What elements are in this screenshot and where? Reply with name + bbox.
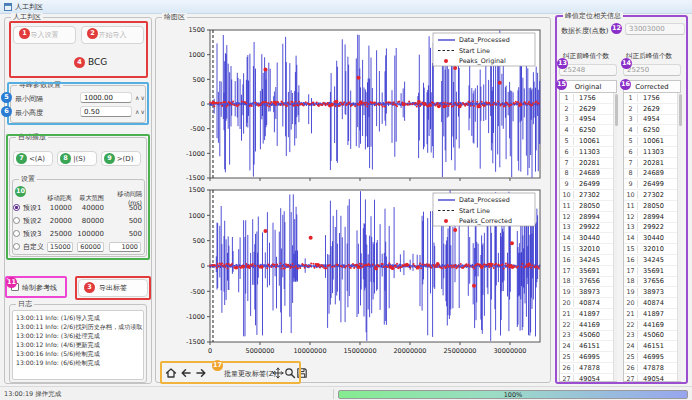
svg-text:5000000: 5000000 — [246, 347, 275, 355]
table-row[interactable]: 11756 — [624, 93, 680, 104]
badge-4: 4 — [74, 57, 85, 68]
min-height-value: 0.50 — [84, 108, 100, 116]
table-row[interactable]: 2244169 — [560, 320, 616, 331]
table-row[interactable]: 2546995 — [624, 352, 680, 363]
table-row[interactable]: 22629 — [560, 104, 616, 115]
table-row[interactable]: 611303 — [624, 147, 680, 158]
table-row[interactable]: 611303 — [560, 147, 616, 158]
corrected-table-body: 1175622629349544625051006161130372028182… — [624, 93, 680, 382]
min-height-spinner[interactable]: ∧∨ — [135, 108, 146, 115]
table-row[interactable]: 1128050 — [560, 201, 616, 212]
table-row[interactable]: 34954 — [624, 115, 680, 126]
corrected-peaks-table[interactable]: Corrected 117562262934954462505100616113… — [623, 80, 681, 382]
preset-2-interval: 500 — [107, 217, 145, 225]
badge-6: 6 — [1, 106, 12, 117]
table-row[interactable]: 1228994 — [624, 212, 680, 223]
table-row[interactable]: 1532010 — [624, 244, 680, 255]
back-button[interactable] — [179, 366, 192, 380]
svg-text:Peaks_Original: Peaks_Original — [459, 57, 506, 65]
table-row[interactable]: 824689 — [624, 169, 680, 180]
mode-label: BCG — [88, 57, 107, 67]
table-row[interactable]: 2141897 — [560, 309, 616, 320]
table-row[interactable]: 11756 — [560, 93, 616, 104]
svg-text:0: 0 — [201, 100, 205, 108]
table-row[interactable]: 2749054 — [560, 374, 616, 382]
pause-label: | |(S) — [69, 155, 86, 163]
table-row[interactable]: 2345060 — [624, 331, 680, 342]
original-table-scrollbar[interactable] — [613, 93, 617, 381]
table-row[interactable]: 1329922 — [624, 223, 680, 234]
home-button[interactable] — [164, 366, 177, 380]
preset-3-label: 预设3 — [23, 229, 41, 239]
min-height-input[interactable]: 0.50 — [80, 106, 132, 117]
log-box[interactable]: 13:00:11 Info: (1/6)导入完成13:00:11 Info: (… — [12, 310, 144, 380]
custom-move-input[interactable]: 15000 — [47, 242, 73, 252]
table-row[interactable]: 2040874 — [624, 298, 680, 309]
min-interval-value: 1000.00 — [84, 94, 113, 102]
table-row[interactable]: 1634245 — [624, 255, 680, 266]
table-row[interactable]: 1938973 — [624, 287, 680, 298]
table-row[interactable]: 1837656 — [624, 277, 680, 288]
table-row[interactable]: 2141897 — [624, 309, 680, 320]
before-count-field: 25248 — [559, 64, 617, 76]
batch-edit-label[interactable]: 批量更改标签(Z) — [224, 369, 276, 379]
table-row[interactable]: 2345060 — [560, 331, 616, 342]
app-window: 人工判区 人工判区 导入设置 开始导入 BCG 寻峰参数设置 最小间隔 1000… — [0, 0, 692, 400]
table-row[interactable]: 1634245 — [560, 255, 616, 266]
table-row[interactable]: 926499 — [560, 179, 616, 190]
radio-preset-custom[interactable] — [13, 243, 20, 250]
radio-preset-2[interactable] — [13, 217, 20, 224]
table-row[interactable]: 1532010 — [560, 244, 616, 255]
table-row[interactable]: 2647878 — [560, 363, 616, 374]
preset-custom-label: 自定义 — [23, 242, 44, 252]
table-row[interactable]: 46250 — [624, 125, 680, 136]
table-row[interactable]: 2647878 — [624, 363, 680, 374]
status-text: 13:00:19 操作完成 — [4, 390, 61, 399]
table-row[interactable]: 1735691 — [560, 266, 616, 277]
table-row[interactable]: 34954 — [560, 115, 616, 126]
forward-button[interactable] — [194, 366, 207, 380]
svg-text:500: 500 — [193, 76, 205, 84]
table-row[interactable]: 510061 — [560, 136, 616, 147]
radio-preset-1[interactable] — [13, 204, 20, 211]
log-line: 13:00:11 Info: (2/6)找到历史存档，成功读取 — [16, 322, 140, 331]
svg-text:25000000: 25000000 — [443, 347, 476, 355]
table-row[interactable]: 2040874 — [560, 298, 616, 309]
table-row[interactable]: 720281 — [560, 158, 616, 169]
table-row[interactable]: 1837656 — [560, 277, 616, 288]
table-row[interactable]: 926499 — [624, 179, 680, 190]
badge-1: 1 — [19, 28, 30, 39]
min-height-label: 最小高度 — [15, 108, 43, 118]
table-row[interactable]: 720281 — [624, 158, 680, 169]
table-row[interactable]: 824689 — [560, 169, 616, 180]
table-row[interactable]: 1430440 — [560, 233, 616, 244]
table-row[interactable]: 1938973 — [560, 287, 616, 298]
signal-chart-corrected[interactable]: 150010005000-500-1000-150005000000100000… — [158, 183, 548, 359]
badge-9: 9 — [104, 153, 115, 164]
table-row[interactable]: 1329922 — [560, 223, 616, 234]
table-row[interactable]: 510061 — [624, 136, 680, 147]
table-row[interactable]: 2446151 — [624, 341, 680, 352]
table-row[interactable]: 1430440 — [624, 233, 680, 244]
table-row[interactable]: 1027302 — [624, 190, 680, 201]
min-interval-spinner[interactable]: ∧∨ — [135, 94, 146, 101]
original-peaks-table[interactable]: Original 1175622629349544625051006161130… — [559, 80, 617, 382]
table-row[interactable]: 1228994 — [560, 212, 616, 223]
save-button[interactable] — [295, 366, 308, 380]
table-row[interactable]: 2446151 — [560, 341, 616, 352]
custom-interval-input[interactable]: 1000 — [109, 242, 141, 252]
table-row[interactable]: 2749054 — [624, 374, 680, 382]
table-row[interactable]: 1128050 — [624, 201, 680, 212]
table-row[interactable]: 1735691 — [624, 266, 680, 277]
table-row[interactable]: 2244169 — [624, 320, 680, 331]
svg-text:Start Line: Start Line — [459, 207, 490, 215]
min-interval-input[interactable]: 1000.00 — [80, 92, 132, 103]
table-row[interactable]: 1027302 — [560, 190, 616, 201]
radio-preset-3[interactable] — [13, 230, 20, 237]
table-row[interactable]: 2546995 — [560, 352, 616, 363]
signal-chart-original[interactable]: 150010005000-500-1000-1500Data_Processed… — [158, 22, 548, 182]
corrected-table-scrollbar[interactable] — [677, 93, 681, 381]
table-row[interactable]: 22629 — [624, 104, 680, 115]
table-row[interactable]: 46250 — [560, 125, 616, 136]
custom-range-input[interactable]: 60000 — [77, 242, 104, 252]
